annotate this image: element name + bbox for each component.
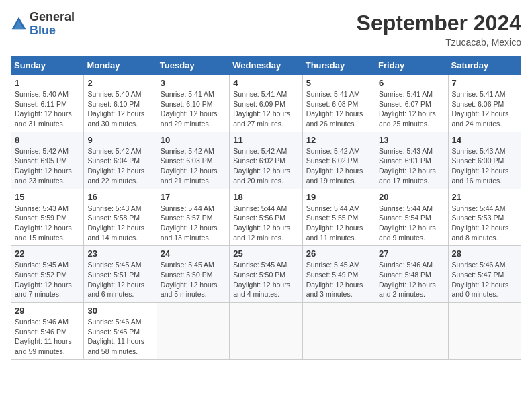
day-number: 6 bbox=[379, 78, 444, 88]
calendar-cell: 21Sunrise: 5:44 AMSunset: 5:53 PMDayligh… bbox=[448, 189, 521, 246]
calendar-cell: 13Sunrise: 5:43 AMSunset: 6:01 PMDayligh… bbox=[375, 132, 448, 189]
cell-details: Sunrise: 5:44 AMSunset: 5:57 PMDaylight:… bbox=[161, 203, 226, 243]
cell-details: Sunrise: 5:46 AMSunset: 5:45 PMDaylight:… bbox=[87, 317, 152, 357]
month-title: September 2024 bbox=[357, 11, 521, 36]
day-number: 14 bbox=[452, 135, 517, 145]
calendar-cell: 16Sunrise: 5:43 AMSunset: 5:58 PMDayligh… bbox=[84, 189, 157, 246]
day-number: 3 bbox=[161, 78, 226, 88]
day-number: 24 bbox=[161, 248, 226, 259]
cell-details: Sunrise: 5:41 AMSunset: 6:08 PMDaylight:… bbox=[306, 89, 371, 129]
cell-details: Sunrise: 5:41 AMSunset: 6:10 PMDaylight:… bbox=[161, 89, 226, 129]
day-number: 13 bbox=[379, 135, 444, 145]
calendar-cell: 15Sunrise: 5:43 AMSunset: 5:59 PMDayligh… bbox=[11, 189, 84, 246]
day-number: 19 bbox=[306, 192, 371, 202]
col-monday: Monday bbox=[84, 56, 157, 75]
cell-details: Sunrise: 5:46 AMSunset: 5:46 PMDaylight:… bbox=[15, 317, 80, 357]
calendar-week-row: 15Sunrise: 5:43 AMSunset: 5:59 PMDayligh… bbox=[11, 189, 521, 246]
calendar-week-row: 8Sunrise: 5:42 AMSunset: 6:05 PMDaylight… bbox=[11, 132, 521, 189]
calendar-cell: 7Sunrise: 5:41 AMSunset: 6:06 PMDaylight… bbox=[448, 75, 521, 132]
calendar-week-row: 29Sunrise: 5:46 AMSunset: 5:46 PMDayligh… bbox=[11, 303, 521, 360]
logo-icon bbox=[11, 16, 27, 32]
cell-details: Sunrise: 5:45 AMSunset: 5:52 PMDaylight:… bbox=[15, 260, 80, 300]
calendar-cell: 23Sunrise: 5:45 AMSunset: 5:51 PMDayligh… bbox=[84, 246, 157, 303]
day-number: 10 bbox=[161, 135, 226, 145]
calendar-cell: 26Sunrise: 5:45 AMSunset: 5:49 PMDayligh… bbox=[302, 246, 375, 303]
calendar-cell bbox=[157, 303, 229, 360]
cell-details: Sunrise: 5:41 AMSunset: 6:07 PMDaylight:… bbox=[379, 89, 444, 129]
calendar-cell: 10Sunrise: 5:42 AMSunset: 6:03 PMDayligh… bbox=[157, 132, 229, 189]
calendar-cell bbox=[375, 303, 448, 360]
location-text: Tzucacab, Mexico bbox=[357, 37, 521, 48]
calendar-cell: 30Sunrise: 5:46 AMSunset: 5:45 PMDayligh… bbox=[84, 303, 157, 360]
cell-details: Sunrise: 5:44 AMSunset: 5:56 PMDaylight:… bbox=[233, 203, 298, 243]
calendar-week-row: 22Sunrise: 5:45 AMSunset: 5:52 PMDayligh… bbox=[11, 246, 521, 303]
day-number: 30 bbox=[87, 306, 152, 316]
cell-details: Sunrise: 5:44 AMSunset: 5:55 PMDaylight:… bbox=[306, 203, 371, 243]
calendar-cell: 24Sunrise: 5:45 AMSunset: 5:50 PMDayligh… bbox=[157, 246, 229, 303]
day-number: 26 bbox=[306, 248, 371, 259]
cell-details: Sunrise: 5:42 AMSunset: 6:04 PMDaylight:… bbox=[87, 146, 152, 186]
calendar-cell: 14Sunrise: 5:43 AMSunset: 6:00 PMDayligh… bbox=[448, 132, 521, 189]
day-number: 16 bbox=[87, 192, 152, 202]
day-number: 22 bbox=[15, 248, 80, 259]
day-number: 7 bbox=[452, 78, 517, 88]
day-number: 11 bbox=[233, 135, 298, 145]
calendar-cell: 5Sunrise: 5:41 AMSunset: 6:08 PMDaylight… bbox=[302, 75, 375, 132]
cell-details: Sunrise: 5:46 AMSunset: 5:47 PMDaylight:… bbox=[452, 260, 517, 300]
logo-text: General Blue bbox=[30, 11, 75, 38]
calendar-cell bbox=[448, 303, 521, 360]
cell-details: Sunrise: 5:45 AMSunset: 5:50 PMDaylight:… bbox=[233, 260, 298, 300]
calendar-header-row: Sunday Monday Tuesday Wednesday Thursday… bbox=[11, 56, 521, 75]
cell-details: Sunrise: 5:43 AMSunset: 6:00 PMDaylight:… bbox=[452, 146, 517, 186]
cell-details: Sunrise: 5:41 AMSunset: 6:09 PMDaylight:… bbox=[233, 89, 298, 129]
calendar-week-row: 1Sunrise: 5:40 AMSunset: 6:11 PMDaylight… bbox=[11, 75, 521, 132]
col-saturday: Saturday bbox=[448, 56, 521, 75]
day-number: 17 bbox=[161, 192, 226, 202]
day-number: 20 bbox=[379, 192, 444, 202]
title-block: September 2024 Tzucacab, Mexico bbox=[357, 11, 521, 48]
calendar-cell bbox=[230, 303, 302, 360]
calendar-cell: 25Sunrise: 5:45 AMSunset: 5:50 PMDayligh… bbox=[230, 246, 302, 303]
calendar-cell bbox=[302, 303, 375, 360]
cell-details: Sunrise: 5:45 AMSunset: 5:51 PMDaylight:… bbox=[87, 260, 152, 300]
col-friday: Friday bbox=[375, 56, 448, 75]
day-number: 23 bbox=[87, 248, 152, 259]
calendar-cell: 28Sunrise: 5:46 AMSunset: 5:47 PMDayligh… bbox=[448, 246, 521, 303]
day-number: 9 bbox=[87, 135, 152, 145]
day-number: 15 bbox=[15, 192, 80, 202]
cell-details: Sunrise: 5:44 AMSunset: 5:53 PMDaylight:… bbox=[452, 203, 517, 243]
day-number: 5 bbox=[306, 78, 371, 88]
cell-details: Sunrise: 5:40 AMSunset: 6:10 PMDaylight:… bbox=[87, 89, 152, 129]
day-number: 18 bbox=[233, 192, 298, 202]
cell-details: Sunrise: 5:42 AMSunset: 6:03 PMDaylight:… bbox=[161, 146, 226, 186]
col-sunday: Sunday bbox=[11, 56, 84, 75]
day-number: 21 bbox=[452, 192, 517, 202]
calendar-cell: 12Sunrise: 5:42 AMSunset: 6:02 PMDayligh… bbox=[302, 132, 375, 189]
cell-details: Sunrise: 5:43 AMSunset: 5:59 PMDaylight:… bbox=[15, 203, 80, 243]
page-header: General Blue September 2024 Tzucacab, Me… bbox=[11, 11, 521, 48]
logo: General Blue bbox=[11, 11, 75, 38]
cell-details: Sunrise: 5:43 AMSunset: 6:01 PMDaylight:… bbox=[379, 146, 444, 186]
logo-general-text: General bbox=[30, 11, 75, 24]
calendar-cell: 6Sunrise: 5:41 AMSunset: 6:07 PMDaylight… bbox=[375, 75, 448, 132]
calendar-cell: 29Sunrise: 5:46 AMSunset: 5:46 PMDayligh… bbox=[11, 303, 84, 360]
day-number: 4 bbox=[233, 78, 298, 88]
cell-details: Sunrise: 5:42 AMSunset: 6:02 PMDaylight:… bbox=[233, 146, 298, 186]
calendar-cell: 17Sunrise: 5:44 AMSunset: 5:57 PMDayligh… bbox=[157, 189, 229, 246]
calendar-cell: 1Sunrise: 5:40 AMSunset: 6:11 PMDaylight… bbox=[11, 75, 84, 132]
day-number: 2 bbox=[87, 78, 152, 88]
day-number: 27 bbox=[379, 248, 444, 259]
day-number: 8 bbox=[15, 135, 80, 145]
calendar-cell: 3Sunrise: 5:41 AMSunset: 6:10 PMDaylight… bbox=[157, 75, 229, 132]
calendar-cell: 9Sunrise: 5:42 AMSunset: 6:04 PMDaylight… bbox=[84, 132, 157, 189]
calendar-cell: 11Sunrise: 5:42 AMSunset: 6:02 PMDayligh… bbox=[230, 132, 302, 189]
calendar-cell: 19Sunrise: 5:44 AMSunset: 5:55 PMDayligh… bbox=[302, 189, 375, 246]
calendar-cell: 22Sunrise: 5:45 AMSunset: 5:52 PMDayligh… bbox=[11, 246, 84, 303]
cell-details: Sunrise: 5:46 AMSunset: 5:48 PMDaylight:… bbox=[379, 260, 444, 300]
cell-details: Sunrise: 5:41 AMSunset: 6:06 PMDaylight:… bbox=[452, 89, 517, 129]
cell-details: Sunrise: 5:44 AMSunset: 5:54 PMDaylight:… bbox=[379, 203, 444, 243]
cell-details: Sunrise: 5:45 AMSunset: 5:49 PMDaylight:… bbox=[306, 260, 371, 300]
col-thursday: Thursday bbox=[302, 56, 375, 75]
day-number: 12 bbox=[306, 135, 371, 145]
calendar-cell: 8Sunrise: 5:42 AMSunset: 6:05 PMDaylight… bbox=[11, 132, 84, 189]
